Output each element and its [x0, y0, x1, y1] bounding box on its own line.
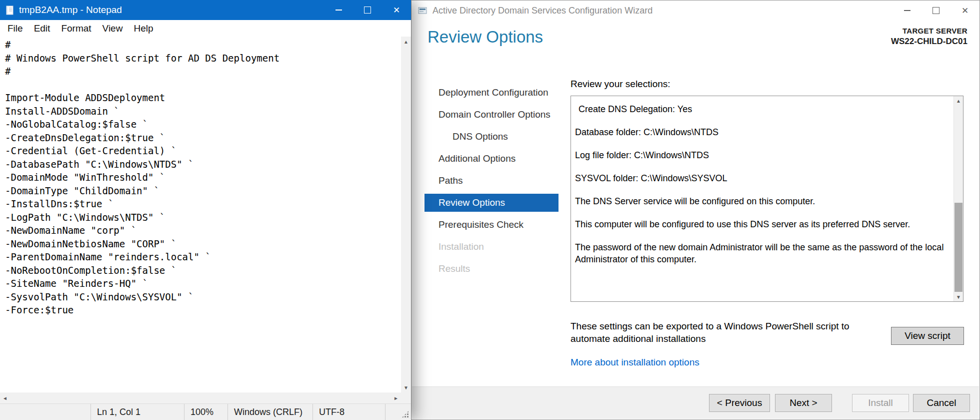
- scroll-up-icon[interactable]: ▲: [954, 96, 963, 105]
- notepad-window-title: tmpB2AA.tmp - Notepad: [19, 5, 122, 16]
- notepad-line: -LogPath "C:\Windows\NTDS" `: [5, 211, 401, 224]
- notepad-line: -NoGlobalCatalog:$false `: [5, 118, 401, 131]
- wizard-icon: [418, 6, 428, 16]
- review-line: Create DNS Delegation: Yes: [575, 103, 952, 115]
- notepad-line: # Windows PowerShell script for AD DS De…: [5, 52, 401, 65]
- notepad-line: -ParentDomainName "reinders.local" `: [5, 250, 401, 264]
- resize-grip[interactable]: [385, 404, 411, 420]
- notepad-line: -SysvolPath "C:\Windows\SYSVOL" `: [5, 290, 401, 304]
- status-spacer: [0, 404, 90, 420]
- review-line: Log file folder: C:\Windows\NTDS: [575, 149, 952, 161]
- nav-dns-options[interactable]: DNS Options: [424, 128, 558, 146]
- notepad-line: -DatabasePath "C:\Windows\NTDS" `: [5, 158, 401, 171]
- target-server-label: TARGET SERVER: [891, 27, 968, 35]
- nav-domain-controller-options[interactable]: Domain Controller Options: [424, 106, 558, 124]
- notepad-line: [5, 78, 401, 92]
- install-button[interactable]: Install: [852, 394, 909, 412]
- view-script-button[interactable]: View script: [891, 327, 964, 345]
- menu-view[interactable]: View: [97, 22, 128, 36]
- notepad-line: Import-Module ADDSDeployment: [5, 91, 401, 105]
- menu-edit[interactable]: Edit: [28, 22, 56, 36]
- notepad-icon: [5, 5, 14, 15]
- scrollbar-corner: [401, 392, 411, 403]
- review-selections-box[interactable]: Create DNS Delegation: YesDatabase folde…: [570, 96, 964, 302]
- status-encoding: UTF-8: [312, 404, 385, 420]
- notepad-line: -SiteName "Reinders-HQ" `: [5, 277, 401, 290]
- previous-button[interactable]: < Previous: [709, 394, 770, 412]
- notepad-line: -CreateDnsDelegation:$true `: [5, 131, 401, 145]
- nav-deployment-configuration[interactable]: Deployment Configuration: [424, 84, 558, 102]
- scroll-left-icon[interactable]: ◄: [0, 393, 10, 403]
- status-line-endings: Windows (CRLF): [228, 404, 312, 420]
- menu-format[interactable]: Format: [56, 22, 96, 36]
- notepad-line: -NewDomainName "corp" `: [5, 224, 401, 237]
- notepad-vertical-scrollbar[interactable]: ▲ ▼: [401, 37, 411, 392]
- notepad-titlebar[interactable]: tmpB2AA.tmp - Notepad ✕: [0, 0, 411, 20]
- scroll-down-icon[interactable]: ▼: [954, 292, 963, 301]
- wizard-footer: < Previous Next > Install Cancel: [412, 386, 979, 419]
- review-line: Database folder: C:\Windows\NTDS: [575, 126, 952, 138]
- notepad-window-controls: ✕: [324, 0, 411, 20]
- notepad-line: -NoRebootOnCompletion:$false `: [5, 264, 401, 277]
- notepad-line: #: [5, 65, 401, 78]
- scroll-down-icon[interactable]: ▼: [401, 382, 411, 392]
- scroll-up-icon[interactable]: ▲: [401, 37, 411, 47]
- target-server-block: TARGET SERVER WS22-CHILD-DC01: [891, 27, 968, 47]
- minimize-icon: [904, 10, 910, 11]
- target-server-name: WS22-CHILD-DC01: [891, 37, 968, 47]
- wizard-content: Review your selections: Create DNS Deleg…: [570, 79, 966, 391]
- notepad-minimize-button[interactable]: [324, 0, 353, 20]
- scroll-right-icon[interactable]: ►: [391, 393, 401, 403]
- menu-file[interactable]: File: [2, 22, 28, 36]
- notepad-horizontal-scrollbar[interactable]: ◄ ►: [0, 392, 401, 403]
- wizard-nav: Deployment ConfigurationDomain Controlle…: [424, 84, 558, 282]
- notepad-line: -Force:$true: [5, 303, 401, 317]
- next-button[interactable]: Next >: [775, 394, 832, 412]
- nav-installation: Installation: [424, 238, 558, 256]
- cancel-button[interactable]: Cancel: [913, 394, 970, 412]
- notepad-line: -DomainMode "WinThreshold" `: [5, 171, 401, 184]
- nav-review-options[interactable]: Review Options: [424, 194, 558, 212]
- maximize-icon: [364, 7, 371, 14]
- notepad-close-button[interactable]: ✕: [382, 0, 411, 20]
- wizard-minimize-button[interactable]: [892, 1, 922, 21]
- notepad-line: Install-ADDSDomain `: [5, 105, 401, 118]
- close-icon: ✕: [393, 6, 400, 15]
- page-title: Review Options: [428, 28, 543, 47]
- adds-wizard-window: Active Directory Domain Services Configu…: [411, 0, 980, 420]
- nav-additional-options[interactable]: Additional Options: [424, 150, 558, 168]
- notepad-text-area[interactable]: ## Windows PowerShell script for AD DS D…: [0, 37, 401, 392]
- notepad-window: tmpB2AA.tmp - Notepad ✕ FileEditFormatVi…: [0, 0, 411, 420]
- review-lines: Create DNS Delegation: YesDatabase folde…: [571, 96, 954, 301]
- notepad-maximize-button[interactable]: [353, 0, 382, 20]
- status-zoom-level: 100%: [184, 404, 228, 420]
- desktop: tmpB2AA.tmp - Notepad ✕ FileEditFormatVi…: [0, 0, 980, 420]
- menu-help[interactable]: Help: [128, 22, 158, 36]
- maximize-icon: [932, 7, 940, 14]
- review-line: SYSVOL folder: C:\Windows\SYSVOL: [575, 172, 952, 184]
- status-cursor-position: Ln 1, Col 1: [90, 404, 184, 420]
- close-icon: ✕: [962, 7, 968, 15]
- nav-results: Results: [424, 260, 558, 278]
- wizard-close-button[interactable]: ✕: [950, 1, 980, 21]
- wizard-maximize-button[interactable]: [922, 1, 950, 21]
- minimize-icon: [336, 10, 342, 11]
- review-selections-label: Review your selections:: [570, 79, 670, 90]
- notepad-line: -Credential (Get-Credential) `: [5, 144, 401, 158]
- export-note: These settings can be exported to a Wind…: [570, 320, 888, 345]
- more-about-installation-link[interactable]: More about installation options: [570, 357, 700, 368]
- notepad-line: #: [5, 38, 401, 52]
- wizard-titlebar[interactable]: Active Directory Domain Services Configu…: [412, 1, 980, 21]
- notepad-line: -InstallDns:$true `: [5, 197, 401, 211]
- scrollbar-thumb[interactable]: [954, 203, 962, 292]
- review-line: The password of the new domain Administr…: [575, 241, 952, 265]
- review-line: The DNS Server service will be configure…: [575, 195, 952, 207]
- notepad-menubar: FileEditFormatViewHelp: [0, 20, 411, 37]
- nav-prerequisites-check[interactable]: Prerequisites Check: [424, 216, 558, 234]
- notepad-statusbar: Ln 1, Col 1 100% Windows (CRLF) UTF-8: [0, 403, 411, 420]
- wizard-window-title: Active Directory Domain Services Configu…: [432, 6, 652, 16]
- notepad-line: -DomainType "ChildDomain" `: [5, 184, 401, 198]
- nav-paths[interactable]: Paths: [424, 172, 558, 190]
- notepad-line: -NewDomainNetbiosName "CORP" `: [5, 237, 401, 251]
- review-scrollbar[interactable]: ▲ ▼: [954, 96, 963, 301]
